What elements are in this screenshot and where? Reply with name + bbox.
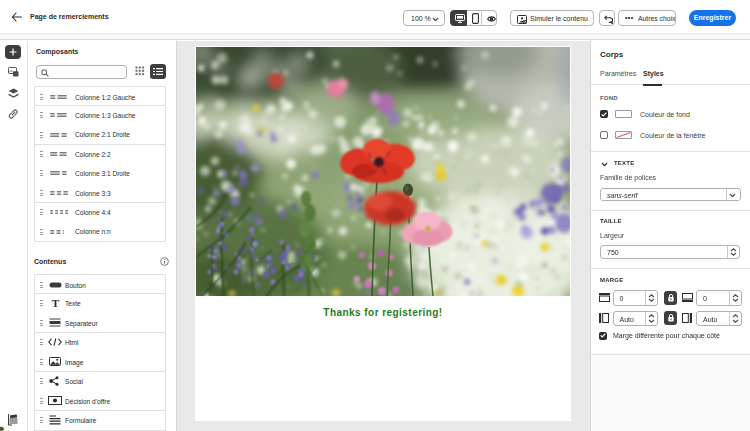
- svg-text:T: T: [52, 298, 60, 308]
